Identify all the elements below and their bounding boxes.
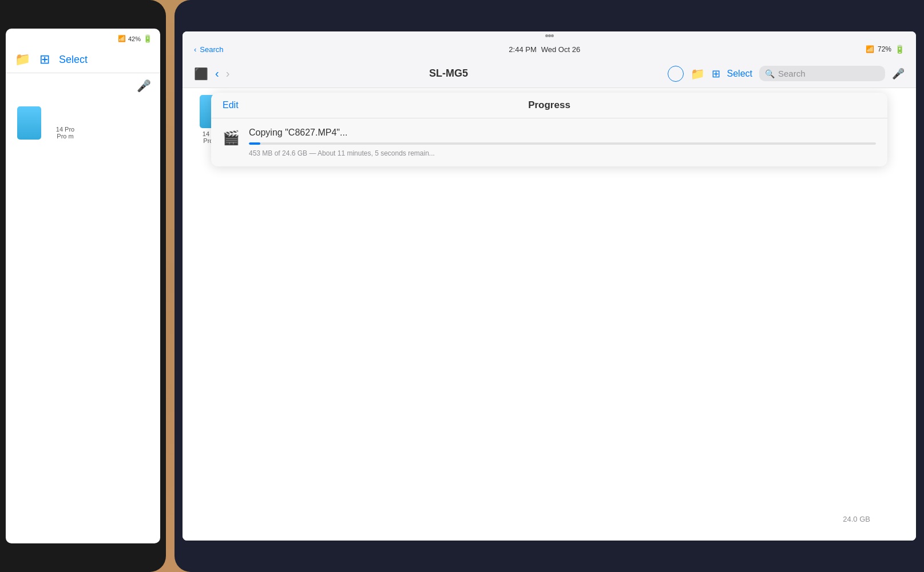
left-mic-area: 🎤 bbox=[6, 73, 160, 98]
status-time: 2:44 PM bbox=[509, 45, 536, 54]
status-date: Wed Oct 26 bbox=[541, 45, 580, 54]
left-battery-icon: 🔋 bbox=[143, 34, 152, 43]
device-right-screen: ‹ Search 2:44 PM Wed Oct 26 📶 72% 🔋 ⬛ ‹ … bbox=[183, 31, 916, 541]
right-mic-button[interactable]: 🎤 bbox=[892, 67, 905, 80]
nav-forward-button[interactable]: › bbox=[226, 67, 230, 80]
left-toolbar: 📁 ⊞ Select bbox=[6, 46, 160, 73]
left-file-name-line1: 14 Pro bbox=[48, 126, 82, 133]
left-folder-plus-icon[interactable]: 📁 bbox=[15, 52, 30, 67]
progress-dialog-header: Edit Progress bbox=[211, 93, 887, 118]
folder-title: SL-MG5 bbox=[236, 67, 660, 80]
left-grid-icon[interactable]: ⊞ bbox=[39, 52, 50, 67]
nav-back-button[interactable]: ‹ bbox=[215, 67, 219, 80]
left-status-bar: 📶 42% 🔋 bbox=[6, 29, 160, 46]
progress-dialog-title: Progress bbox=[257, 100, 842, 111]
status-right: 📶 72% 🔋 bbox=[866, 45, 905, 54]
right-battery-icon: 🔋 bbox=[895, 45, 905, 54]
storage-info: 24.0 GB bbox=[843, 515, 870, 523]
device-left: 📶 42% 🔋 📁 ⊞ Select 🎤 14 Pro Pro m bbox=[0, 0, 166, 572]
progress-edit-button[interactable]: Edit bbox=[223, 100, 257, 110]
right-battery-percentage: 72% bbox=[878, 45, 891, 53]
device-right: ‹ Search 2:44 PM Wed Oct 26 📶 72% 🔋 ⬛ ‹ … bbox=[175, 0, 924, 572]
grid-view-button[interactable]: ⊞ bbox=[712, 67, 720, 80]
progress-bar-fill bbox=[249, 142, 260, 145]
left-mic-icon[interactable]: 🎤 bbox=[137, 79, 151, 93]
dot-3 bbox=[551, 34, 554, 37]
status-center: 2:44 PM Wed Oct 26 bbox=[509, 45, 580, 54]
sidebar-toggle-button[interactable]: ⬛ bbox=[194, 67, 208, 81]
circle-button[interactable] bbox=[668, 66, 684, 82]
folder-plus-button[interactable]: 📁 bbox=[691, 67, 705, 81]
progress-file-name: Copying "C8627.MP4"... bbox=[249, 128, 876, 138]
right-wifi-icon: 📶 bbox=[866, 45, 874, 53]
progress-dialog: Edit Progress 🎬 Copying "C8627.MP4"... 4… bbox=[211, 93, 887, 166]
progress-dialog-body: 🎬 Copying "C8627.MP4"... 453 MB of 24.6 … bbox=[211, 118, 887, 166]
device-left-screen: 📶 42% 🔋 📁 ⊞ Select 🎤 14 Pro Pro m bbox=[6, 29, 160, 543]
search-icon: 🔍 bbox=[765, 69, 775, 78]
progress-bar-container bbox=[249, 142, 876, 145]
search-placeholder: Search bbox=[778, 69, 806, 78]
left-file-icon bbox=[17, 106, 41, 140]
right-select-button[interactable]: Select bbox=[727, 69, 752, 79]
search-bar[interactable]: 🔍 Search bbox=[759, 66, 885, 81]
right-toolbar: ⬛ ‹ › SL-MG5 📁 ⊞ Select 🔍 Search 🎤 bbox=[183, 59, 916, 88]
right-status-bar: ‹ Search 2:44 PM Wed Oct 26 📶 72% 🔋 bbox=[183, 39, 916, 59]
three-dots-row bbox=[183, 31, 916, 39]
progress-details: 453 MB of 24.6 GB — About 11 minutes, 5 … bbox=[249, 149, 876, 157]
progress-info: Copying "C8627.MP4"... 453 MB of 24.6 GB… bbox=[249, 128, 876, 157]
status-left: ‹ Search bbox=[194, 45, 224, 54]
back-arrow-icon[interactable]: ‹ bbox=[194, 45, 196, 54]
left-file-item: 14 Pro Pro m bbox=[6, 98, 160, 148]
left-battery-percentage: 42% bbox=[128, 35, 141, 42]
search-back-label[interactable]: Search bbox=[200, 45, 223, 54]
dot-1 bbox=[545, 34, 548, 37]
dot-2 bbox=[548, 34, 551, 37]
left-wifi-icon: 📶 bbox=[118, 35, 126, 42]
left-select-button[interactable]: Select bbox=[59, 54, 88, 66]
video-file-icon: 🎬 bbox=[223, 130, 240, 146]
content-area: 14 Pro Pro m Edit Progress 🎬 Copying " bbox=[183, 88, 916, 541]
left-file-name-line2: Pro m bbox=[48, 133, 82, 140]
